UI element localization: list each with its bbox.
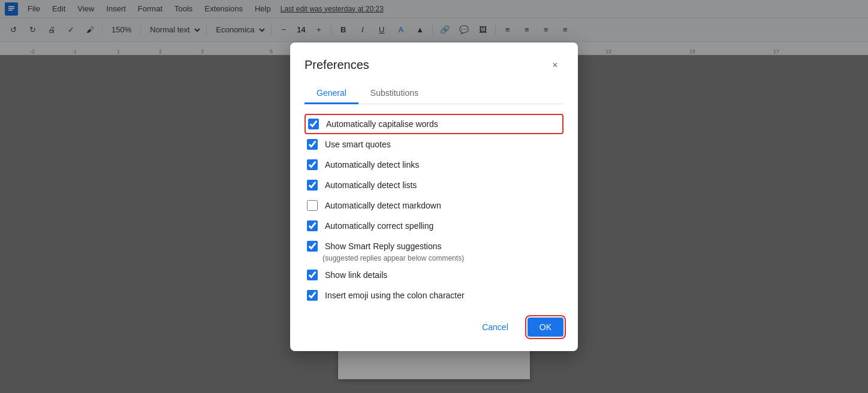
checkbox-correct-spelling[interactable] (307, 220, 318, 231)
checkbox-emoji[interactable] (307, 290, 318, 301)
checkbox-row-correct-spelling: Automatically correct spelling (305, 216, 563, 236)
dialog-close-button[interactable]: × (547, 57, 563, 74)
preferences-dialog: Preferences × General Substitutions Auto… (290, 43, 578, 351)
checkbox-row-detect-markdown: Automatically detect markdown (305, 195, 563, 216)
checkbox-detect-lists-label: Automatically detect lists (325, 180, 417, 190)
checkbox-capitalise[interactable] (308, 119, 319, 129)
checkbox-capitalise-label: Automatically capitalise words (326, 119, 438, 129)
checkbox-emoji-label: Insert emoji using the colon character (325, 291, 465, 300)
checkbox-smart-reply[interactable] (307, 241, 318, 252)
checkbox-row-detect-lists: Automatically detect lists (305, 175, 563, 195)
dialog-title: Preferences (305, 58, 369, 72)
checkbox-smart-quotes-label: Use smart quotes (325, 140, 391, 149)
checkbox-row-link-details: Show link details (305, 265, 563, 285)
checkbox-row-detect-links: Automatically detect links (305, 155, 563, 175)
cancel-button[interactable]: Cancel (470, 318, 520, 337)
checkbox-row-smart-quotes: Use smart quotes (305, 134, 563, 155)
checkbox-detect-links[interactable] (307, 159, 318, 170)
modal-overlay: Preferences × General Substitutions Auto… (0, 0, 868, 393)
tab-general[interactable]: General (305, 83, 358, 104)
checkbox-correct-spelling-label: Automatically correct spelling (325, 221, 433, 231)
checkbox-smart-reply-label: Show Smart Reply suggestions (325, 241, 442, 251)
checkbox-link-details[interactable] (307, 270, 318, 280)
checkbox-detect-markdown-label: Automatically detect markdown (325, 201, 441, 210)
checkbox-smart-quotes[interactable] (307, 139, 318, 150)
checkbox-row-emoji: Insert emoji using the colon character (305, 285, 563, 306)
tab-substitutions[interactable]: Substitutions (358, 83, 430, 104)
checkbox-link-details-label: Show link details (325, 270, 387, 280)
dialog-header: Preferences × (305, 57, 563, 74)
dialog-tabs: General Substitutions (305, 83, 563, 104)
checkbox-detect-links-label: Automatically detect links (325, 160, 419, 170)
dialog-footer: Cancel OK (305, 318, 563, 337)
ok-button[interactable]: OK (528, 318, 563, 337)
preferences-list: Automatically capitalise words Use smart… (305, 114, 563, 306)
checkbox-detect-lists[interactable] (307, 180, 318, 191)
smart-reply-sublabel: (suggested replies appear below comments… (323, 254, 563, 262)
checkbox-row-smart-reply: Show Smart Reply suggestions (305, 236, 563, 256)
checkbox-row-capitalise: Automatically capitalise words (305, 114, 563, 134)
checkbox-detect-markdown[interactable] (307, 200, 318, 211)
